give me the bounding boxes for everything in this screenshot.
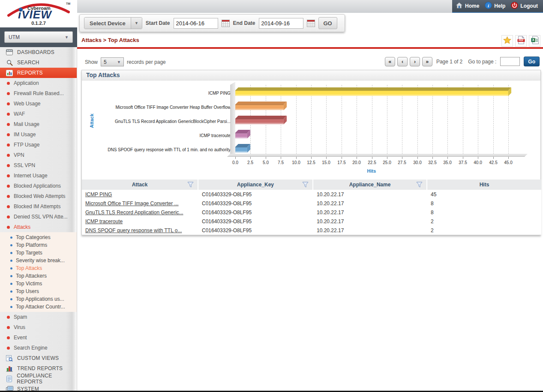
filter-icon[interactable]	[302, 182, 309, 188]
device-type-dropdown[interactable]: UTM ▼	[4, 31, 73, 43]
axis-tick	[387, 157, 387, 159]
go-button[interactable]: GO	[318, 17, 337, 29]
sidebar-item-virus[interactable]: Virus	[0, 322, 77, 332]
attack-link[interactable]: ICMP PING	[85, 192, 112, 197]
sidebar-item-event[interactable]: Event	[0, 332, 77, 343]
logo-tm: TM	[66, 2, 70, 5]
custom-views-icon	[6, 355, 13, 362]
sidebar-item-application[interactable]: Application	[0, 78, 77, 88]
sidebar-item-attacks[interactable]: Attacks	[0, 222, 77, 232]
bullet-icon	[10, 290, 12, 293]
sidebar-item-im-usage[interactable]: IM Usage	[0, 129, 77, 140]
device-type-value: UTM	[9, 34, 20, 40]
pagination: « ‹ › » Page 1 of 2 Go to page : Go	[385, 57, 540, 66]
svg-text:PDF: PDF	[519, 39, 524, 42]
sidebar-report-items: ApplicationFirewall Rule Based...Web Usa…	[0, 78, 77, 232]
sidebar-item-top-categories[interactable]: Top Categories	[0, 233, 77, 241]
calendar-icon[interactable]	[222, 20, 230, 27]
filter-icon[interactable]	[187, 182, 194, 188]
sidebar-item-search-engine[interactable]: Search Engine	[0, 343, 77, 353]
axis-tick	[463, 157, 463, 159]
bullet-icon	[10, 244, 12, 246]
bullet-icon	[7, 336, 10, 339]
axis-tick	[357, 157, 357, 159]
sidebar-item-label: Search Engine	[14, 345, 48, 351]
sidebar-item-top-attackers[interactable]: Top Attackers	[0, 272, 77, 280]
bullet-icon	[7, 185, 10, 188]
bullet-icon	[10, 283, 12, 285]
sidebar-item-top-applications-us[interactable]: Top Applications us...	[0, 295, 77, 303]
next-page-button[interactable]: ›	[410, 57, 420, 66]
bullet-icon	[10, 252, 12, 254]
sidebar-item-mail-usage[interactable]: Mail Usage	[0, 119, 77, 129]
sidebar-item-top-users[interactable]: Top Users	[0, 287, 77, 295]
sidebar-item-blocked-web-attempts[interactable]: Blocked Web Attempts	[0, 191, 77, 201]
sidebar-item-firewall-rule-based[interactable]: Firewall Rule Based...	[0, 88, 77, 99]
export-excel-button[interactable]: X	[529, 35, 540, 47]
attack-link[interactable]: GnuTLS TLS Record Application Generic...	[85, 209, 183, 215]
top-attacks-panel: Top Attacks Attack ICMP PINGMicrosoft Of…	[81, 70, 541, 235]
sidebar-item-ftp-usage[interactable]: FTP Usage	[0, 140, 77, 150]
export-pdf-button[interactable]: PDF	[515, 35, 527, 47]
sidebar-item-label: Top Targets	[16, 250, 42, 256]
last-page-button[interactable]: »	[422, 57, 432, 66]
nav-logout[interactable]: Logout	[511, 2, 538, 10]
sidebar-item-label: Top Victims	[16, 281, 42, 287]
goto-page-go-button[interactable]: Go	[524, 57, 540, 66]
sidebar-item-waf[interactable]: WAF	[0, 109, 77, 119]
sidebar-section-reports[interactable]: REPORTS	[0, 68, 77, 78]
sidebar-section-dashboards[interactable]: DASHBOARDS	[0, 47, 77, 57]
filter-icon[interactable]	[416, 182, 423, 188]
sidebar-item-top-platforms[interactable]: Top Platforms	[0, 241, 77, 249]
breadcrumb[interactable]: Attacks > Top Attacks	[81, 37, 139, 43]
goto-page-input[interactable]	[500, 57, 520, 66]
axis-tick	[478, 157, 478, 159]
column-header-hits: Hits	[427, 180, 541, 190]
sidebar-item-label: Severity wise break...	[16, 257, 65, 263]
sidebar-section-search[interactable]: SEARCH	[0, 57, 77, 68]
axis-tick-label: 35.0	[443, 160, 451, 165]
sidebar-item-top-targets[interactable]: Top Targets	[0, 249, 77, 257]
first-page-button[interactable]: «	[385, 57, 395, 66]
sidebar-item-spam[interactable]: Spam	[0, 312, 77, 322]
favorite-button[interactable]	[501, 35, 513, 47]
attack-link[interactable]: Microsoft Office TIFF Image Converter ..…	[85, 200, 179, 206]
sidebar-item-blocked-im-attempts[interactable]: Blocked IM Attempts	[0, 201, 77, 212]
sidebar-item-denied-ssl-vpn-atte[interactable]: Denied SSL VPN Atte...	[0, 212, 77, 222]
column-header-appliance-key: Appliance_Key	[198, 180, 313, 190]
sidebar-item-blocked-applications[interactable]: Blocked Applications	[0, 181, 77, 191]
logout-icon	[511, 2, 518, 10]
sidebar-item-ssl-vpn[interactable]: SSL VPN	[0, 160, 77, 171]
attack-link[interactable]: DNS SPOOF query response with TTL o...	[85, 227, 182, 233]
nav-help[interactable]: iHelp	[485, 2, 505, 10]
sidebar-item-label: Mail Usage	[14, 121, 39, 127]
sidebar-section-custom-views[interactable]: CUSTOM VIEWS	[0, 353, 77, 363]
hits-cell: 8	[427, 208, 541, 217]
attack-link[interactable]: ICMP traceroute	[85, 218, 123, 224]
start-date-input[interactable]	[174, 18, 218, 29]
sidebar-item-severity-wise-break[interactable]: Severity wise break...	[0, 257, 77, 264]
sidebar-item-label: FTP Usage	[14, 142, 39, 148]
sidebar-item-label: WAF	[14, 111, 25, 117]
sidebar-section-trend-reports[interactable]: TREND REPORTS	[0, 363, 77, 374]
select-device-button[interactable]: Select Device ▼	[84, 17, 142, 29]
prev-page-button[interactable]: ‹	[397, 57, 408, 66]
sidebar-item-top-attacks[interactable]: Top Attacks	[0, 264, 77, 272]
sidebar-section-compliance-reports[interactable]: COMPLIANCE REPORTS	[0, 374, 77, 384]
nav-home[interactable]: Home	[456, 2, 479, 10]
calendar-icon[interactable]	[307, 20, 315, 27]
chevron-down-icon[interactable]: ▼	[131, 18, 142, 29]
records-per-page-select[interactable]: 5 ▼	[101, 57, 124, 66]
sidebar-item-internet-usage[interactable]: Internet Usage	[0, 171, 77, 181]
sidebar-item-label: Virus	[14, 324, 25, 330]
sidebar-item-top-victims[interactable]: Top Victims	[0, 280, 77, 287]
axis-tick	[447, 157, 448, 159]
axis-tick	[508, 157, 509, 159]
end-date-input[interactable]	[259, 18, 303, 29]
hits-cell: 45	[427, 190, 541, 199]
sidebar-item-top-attacker-countr[interactable]: Top Attacker Countr...	[0, 303, 77, 311]
panel-title: Top Attacks	[82, 70, 540, 81]
sidebar-item-web-usage[interactable]: Web Usage	[0, 99, 77, 109]
logo-product-text: iVIEW	[18, 9, 52, 20]
sidebar-item-vpn[interactable]: VPN	[0, 150, 77, 160]
